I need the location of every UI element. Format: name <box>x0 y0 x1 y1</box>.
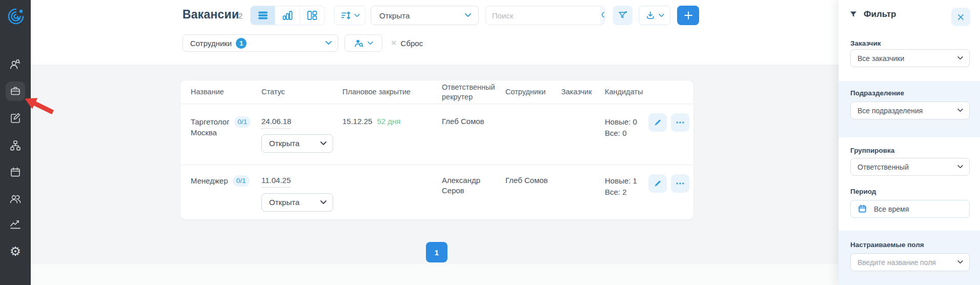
cell-planned-close: 15.12.2552 дня <box>342 104 442 165</box>
edit-vacancy-button[interactable] <box>648 113 667 132</box>
sort-button[interactable] <box>334 6 365 25</box>
export-button[interactable] <box>639 6 670 25</box>
pencil-icon <box>653 118 662 127</box>
table-row: Таргетолог 0/1 Москва 24.06.18 Открыта 1… <box>180 104 693 165</box>
search-box <box>485 6 605 25</box>
custom-fields-placeholder: Введите название поля <box>858 258 936 267</box>
column-header-planned-close: Плановое закрытие <box>342 87 442 96</box>
search-submit-button[interactable] <box>600 6 605 25</box>
ellipsis-icon <box>675 178 685 189</box>
cell-name: Менеджер 0/1 <box>191 165 261 219</box>
view-chart-button[interactable] <box>275 6 300 25</box>
created-date[interactable]: 11.04.25 <box>261 175 291 188</box>
cell-status: 11.04.25 Открыта <box>261 165 342 219</box>
row-status-dropdown[interactable]: Открыта <box>261 193 333 212</box>
cell-status: 24.06.18 Открыта <box>261 104 342 165</box>
edit-vacancy-button[interactable] <box>648 174 667 193</box>
sidebar-item-settings[interactable]: ⚙ <box>6 241 25 261</box>
person-search-icon <box>354 38 364 49</box>
people-icon <box>9 193 22 205</box>
customer-filter-label: Заказчик <box>850 39 881 47</box>
add-vacancy-button[interactable] <box>677 6 699 25</box>
vacancy-ratio-badge: 0/1 <box>234 116 251 128</box>
status-filter-dropdown[interactable]: Открыта <box>371 6 479 25</box>
view-toggle-group <box>250 6 325 25</box>
sidebar-item-org-structure[interactable] <box>6 136 25 155</box>
page-title: Вакансии <box>182 8 239 22</box>
close-icon <box>956 13 965 22</box>
filter-panel: Фильтр Заказчик Все заказчики Подразделе… <box>839 0 980 285</box>
employees-filter-dropdown[interactable]: Сотрудники 1 <box>182 34 338 52</box>
created-date[interactable]: 24.06.18 <box>261 116 291 129</box>
more-actions-button[interactable] <box>671 174 689 193</box>
vacancy-ratio-badge: 0/1 <box>233 175 250 187</box>
sidebar-item-edit-requests[interactable] <box>6 108 25 128</box>
pagination-page-1[interactable]: 1 <box>426 242 447 262</box>
department-filter-label: Подразделение <box>850 89 904 97</box>
edit-icon <box>9 112 22 124</box>
custom-fields-dropdown[interactable]: Введите название поля <box>850 253 970 271</box>
vacancies-table: Название Статус Плановое закрытие Ответс… <box>180 80 693 219</box>
sidebar-item-employees[interactable] <box>6 189 25 209</box>
chevron-down-icon <box>368 42 373 45</box>
customer-filter-value: Все заказчики <box>858 54 904 63</box>
person-search-filter-button[interactable] <box>344 34 382 52</box>
sidebar-item-calendar[interactable] <box>6 162 25 182</box>
cell-planned-close <box>342 165 442 219</box>
view-kanban-button[interactable] <box>300 6 324 25</box>
search-input[interactable] <box>486 6 600 25</box>
planned-close-date: 15.12.25 <box>342 117 372 126</box>
funnel-icon <box>849 10 859 19</box>
close-filter-button[interactable] <box>951 8 970 26</box>
sidebar-item-vacancies[interactable] <box>6 82 25 101</box>
filter-toggle-button[interactable] <box>613 6 632 25</box>
chevron-down-icon <box>957 56 963 60</box>
pencil-icon <box>653 179 662 188</box>
gear-icon: ⚙ <box>10 245 21 258</box>
grouping-label: Группировка <box>850 147 894 154</box>
candidates-all: Все: 2 <box>605 187 641 198</box>
reset-label: Сброс <box>401 39 423 48</box>
briefcase-icon <box>9 85 22 97</box>
row-status-dropdown[interactable]: Открыта <box>261 134 333 153</box>
period-picker-button[interactable]: Все время <box>850 200 970 218</box>
days-left: 52 дня <box>377 117 400 126</box>
column-header-name: Название <box>191 87 261 96</box>
chevron-down-icon <box>354 14 360 17</box>
view-list-button[interactable] <box>251 6 275 25</box>
chevron-down-icon <box>325 41 332 45</box>
org-chart-icon <box>9 139 22 152</box>
vacancy-location: Москва <box>191 128 254 138</box>
column-header-employees: Сотрудники <box>505 87 561 96</box>
chevron-down-icon <box>659 14 664 17</box>
period-value: Все время <box>874 205 909 213</box>
content-lower-strip <box>31 264 839 285</box>
vacancy-name-link[interactable]: Менеджер <box>191 176 228 186</box>
column-header-candidates: Кандидаты <box>605 87 648 96</box>
cell-actions <box>648 104 695 165</box>
chart-line-icon <box>9 218 22 230</box>
vacancy-name-link[interactable]: Таргетолог <box>191 117 230 127</box>
plus-icon <box>683 10 694 21</box>
employees-filter-label: Сотрудники <box>190 39 232 48</box>
list-view-icon <box>257 9 269 22</box>
customer-filter-dropdown[interactable]: Все заказчики <box>850 49 970 67</box>
table-row: Менеджер 0/1 11.04.25 Открыта Александр … <box>180 165 693 219</box>
logo-icon <box>7 8 25 25</box>
more-actions-button[interactable] <box>671 113 689 132</box>
cell-customer <box>561 104 605 165</box>
kanban-view-icon <box>306 9 318 22</box>
department-filter-dropdown[interactable]: Все подразделения <box>850 101 970 119</box>
reset-filters-button[interactable]: ✕ Сброс <box>391 34 423 52</box>
custom-fields-label: Настраиваемые поля <box>850 241 924 249</box>
close-icon: ✕ <box>391 38 397 48</box>
filter-panel-header: Фильтр <box>849 9 896 19</box>
cell-recruiter: Александр Серов <box>442 165 505 219</box>
grouping-dropdown[interactable]: Ответственный <box>850 158 970 176</box>
candidates-new: Новые: 1 <box>605 175 641 187</box>
table-header-row: Название Статус Плановое закрытие Ответс… <box>180 80 693 104</box>
app-logo[interactable] <box>7 8 25 25</box>
sidebar-item-candidate-search[interactable] <box>6 55 25 74</box>
department-filter-value: Все подразделения <box>858 107 923 115</box>
sidebar-item-analytics[interactable] <box>6 214 25 234</box>
